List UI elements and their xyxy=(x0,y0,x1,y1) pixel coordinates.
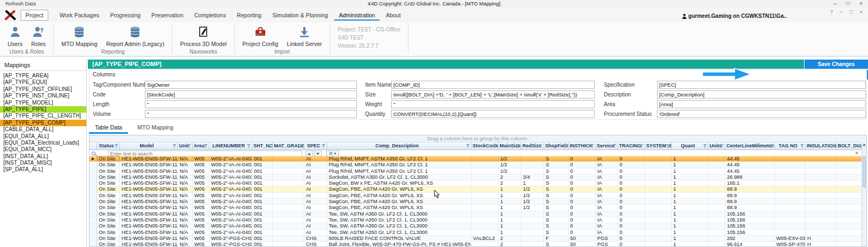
cell-redsize[interactable]: 3/4 xyxy=(521,174,544,180)
cell-mat-grade[interactable] xyxy=(273,180,304,186)
cell-tracing[interactable]: 0 xyxy=(618,199,645,204)
cell-quant[interactable]: 1 xyxy=(672,223,709,229)
cell-insthick[interactable]: 0 xyxy=(569,156,596,161)
row-selector[interactable] xyxy=(90,174,97,180)
cell-centerlinemilimeters[interactable]: 292 xyxy=(725,236,775,241)
row-selector[interactable] xyxy=(90,186,97,192)
filter-icon[interactable] xyxy=(466,144,470,148)
cell-system-id[interactable] xyxy=(645,223,672,229)
cell-units[interactable] xyxy=(709,242,725,246)
column-header-shopfield[interactable]: ShopField xyxy=(544,142,569,150)
cell-model[interactable]: HE1-W05-EN05-SFW-1102-002 xyxy=(120,199,178,204)
cell-centerlinemilimeters[interactable]: 105.156 xyxy=(725,211,775,217)
cell-area[interactable]: W05 xyxy=(193,211,209,217)
cell-area[interactable]: W05 xyxy=(193,199,209,204)
table-row[interactable]: On SiteHE1-W05-EN05-SFW-1102-002N/AW05W0… xyxy=(90,168,866,174)
cell-spec[interactable]: AI xyxy=(304,211,327,217)
cell-linenumber[interactable]: W05-2"-IA-AI-0403 xyxy=(209,205,252,210)
group-by-bar[interactable]: Drag a column here to group by this colu… xyxy=(90,135,866,142)
cell-sht-no[interactable]: 001 xyxy=(252,199,273,204)
cell-sht-no[interactable]: 001 xyxy=(252,156,273,161)
cell-model[interactable]: HE1-W05-EN05-SFW-1102-002 xyxy=(120,168,178,174)
cell-spec[interactable]: AI xyxy=(304,205,327,210)
cell-model[interactable]: HE1-W05-EN05-SFW-1102-002 xyxy=(120,174,178,180)
cell-shopfield[interactable]: S xyxy=(544,180,569,186)
cell-service[interactable]: IA xyxy=(596,193,618,198)
cell-spec[interactable]: AI xyxy=(304,193,327,198)
cell-shopfield[interactable]: S xyxy=(544,186,569,192)
cell-sht-no[interactable]: 001 xyxy=(252,211,273,217)
table-row[interactable]: On SiteHE1-W05-EN05-SFW-1102-002N/AW05W0… xyxy=(90,236,866,242)
cell-mat-grade[interactable] xyxy=(273,162,304,167)
column-header-model[interactable]: Model xyxy=(120,142,178,150)
cell-mainsize[interactable]: 1/2 xyxy=(499,168,521,174)
cell-model[interactable]: HE1-W05-EN05-SFW-1102-002 xyxy=(120,242,178,246)
cell-tag-no[interactable] xyxy=(775,156,806,161)
cell-comp-description[interactable]: SwgCon, PBE, ASTM A420 Gr. WPL6, XS xyxy=(327,186,471,192)
cell-units[interactable] xyxy=(709,156,725,161)
table-row[interactable]: On SiteHE1-W05-EN05-SFW-1102-002N/AW05W0… xyxy=(90,174,866,180)
cell-model[interactable]: HE1-W05-EN05-SFW-1102-002 xyxy=(120,230,178,235)
cell-comp-description[interactable]: SwgCon, BW x PE, ASTM A420 Gr. WPL6, XS xyxy=(327,180,471,186)
cell-bolt-dia[interactable] xyxy=(837,211,864,217)
row-selector[interactable] xyxy=(90,168,97,174)
cell-quant[interactable]: 1 xyxy=(672,217,709,223)
cell-units[interactable] xyxy=(709,162,725,167)
cell-units[interactable] xyxy=(709,230,725,235)
field-length-input[interactable] xyxy=(145,100,357,108)
cell-centerlinemilimeters[interactable]: 88.9 xyxy=(725,199,775,204)
cell-mat-grade[interactable] xyxy=(273,230,304,235)
column-header-mat-grade[interactable]: MAT_GRADE xyxy=(273,142,304,150)
cell-stockcode[interactable] xyxy=(471,230,499,235)
cell-linenumber[interactable]: W05-2"-IA-AI-0403 xyxy=(209,156,252,161)
cell-status[interactable]: On Site xyxy=(97,242,120,246)
table-row[interactable]: On SiteHE1-W05-EN05-SFW-1102-002N/AW05W0… xyxy=(90,205,866,211)
cell-service[interactable]: PGS xyxy=(596,242,618,246)
row-selector[interactable] xyxy=(90,205,97,210)
cell-stockcode[interactable]: VALBCL2 xyxy=(471,236,499,241)
cell-comp-description[interactable]: 600LB RAISED FACE CONTROL VALVE xyxy=(327,236,471,241)
cell-insulation[interactable] xyxy=(806,205,837,210)
cell-tracing[interactable]: 0 xyxy=(618,156,645,161)
save-changes-button[interactable]: Save Changes xyxy=(805,60,868,69)
column-header-units[interactable]: Units xyxy=(709,142,725,150)
cell-tracing[interactable]: 0 xyxy=(618,242,645,246)
cell-area[interactable]: W05 xyxy=(193,168,209,174)
cell-spec[interactable]: AI xyxy=(304,186,327,192)
cell-stockcode[interactable] xyxy=(471,156,499,161)
field-quantity-input[interactable] xyxy=(391,110,595,118)
cell-insthick[interactable]: 0 xyxy=(569,193,596,198)
cell-bolt-dia[interactable] xyxy=(837,205,864,210)
cell-system-id[interactable] xyxy=(645,230,672,235)
cell-sht-no[interactable]: 001 xyxy=(252,193,273,198)
table-row[interactable]: On SiteHE1-W05-EN05-SFW-1102-002N/AW05W0… xyxy=(90,211,866,217)
cell-insthick[interactable]: 0 xyxy=(569,186,596,192)
cell-model[interactable]: HE1-W05-EN05-SFW-1102-002 xyxy=(120,156,178,161)
cell-unit[interactable]: N/A xyxy=(178,211,193,217)
table-row[interactable]: ▶On SiteHE1-W05-EN05-SFW-1102-002N/AW05W… xyxy=(90,156,866,162)
cell-tracing[interactable]: 0 xyxy=(618,180,645,186)
cell-tracing[interactable]: 0 xyxy=(618,205,645,210)
tab-mto-mapping[interactable]: MTO Mapping xyxy=(131,121,179,132)
cell-mainsize[interactable]: 1 xyxy=(499,199,521,204)
cell-status[interactable]: On Site xyxy=(97,230,120,235)
cell-sht-no[interactable]: 001 xyxy=(252,236,273,241)
cell-unit[interactable]: N/A xyxy=(178,242,193,246)
cell-units[interactable] xyxy=(709,205,725,210)
ribbon-tab-preservation[interactable]: Preservation xyxy=(146,10,188,21)
cell-service[interactable]: IA xyxy=(596,217,618,223)
row-selector[interactable] xyxy=(90,217,97,223)
cell-bolt-dia[interactable] xyxy=(837,223,864,229)
cell-insthick[interactable]: 0 xyxy=(569,230,596,235)
cell-tag-no[interactable] xyxy=(775,223,806,229)
ribbon-restore-icon[interactable]: □ xyxy=(850,9,852,15)
field-procurement-status-input[interactable] xyxy=(657,110,866,118)
filter-icon[interactable] xyxy=(204,144,208,148)
cell-units[interactable] xyxy=(709,186,725,192)
table-row[interactable]: On SiteHE1-W05-EN05-SFW-1102-002N/AW05W0… xyxy=(90,242,866,246)
ribbon-tab-simulation-planning[interactable]: Simulation & Planning xyxy=(267,10,333,21)
cell-redsize[interactable]: 1/2 xyxy=(521,186,544,192)
cell-mat-grade[interactable] xyxy=(273,211,304,217)
cell-system-id[interactable] xyxy=(645,174,672,180)
cell-bolt-dia[interactable] xyxy=(837,168,864,174)
